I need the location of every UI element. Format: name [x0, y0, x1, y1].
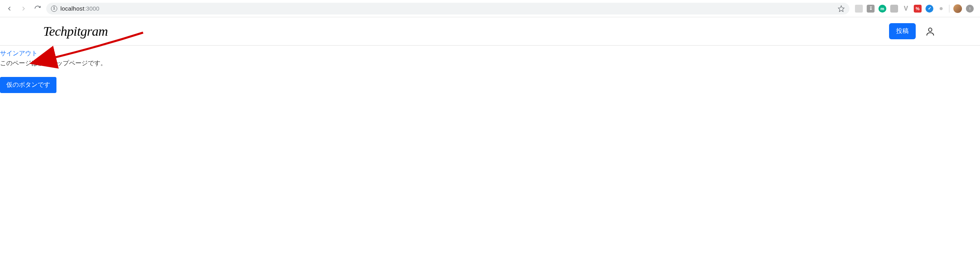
url-port: :3000: [84, 5, 100, 12]
address-bar[interactable]: i localhost:3000: [46, 3, 849, 15]
back-button[interactable]: [4, 3, 15, 14]
placeholder-text: このページは仮のトップページです。: [0, 59, 980, 68]
svg-marker-0: [838, 5, 844, 11]
ext-check-blue-icon[interactable]: ✓: [926, 5, 933, 13]
ext-m-green-icon[interactable]: m: [878, 5, 886, 13]
upload-button-icon[interactable]: ↑: [966, 5, 974, 13]
user-icon[interactable]: [924, 25, 937, 38]
ext-download-gray-icon[interactable]: ↧: [867, 5, 875, 13]
ext-cam-gray-icon[interactable]: [890, 5, 898, 13]
ext-square-gray-icon[interactable]: [855, 5, 863, 13]
forward-button[interactable]: [18, 3, 29, 14]
svg-point-1: [929, 28, 932, 31]
ext-v-gray-icon[interactable]: V: [902, 5, 910, 13]
extension-icons: ↧ m V % ✓ ● ↑: [853, 4, 976, 13]
main-content: サインアウト このページは仮のトップページです。 仮のボタンです: [0, 46, 980, 101]
reload-button[interactable]: [32, 3, 43, 14]
site-info-icon[interactable]: i: [51, 5, 57, 12]
ext-dot-gray-icon[interactable]: ●: [937, 5, 945, 13]
extension-separator: [949, 5, 949, 13]
browser-toolbar: i localhost:3000 ↧ m V % ✓ ● ↑: [0, 0, 980, 17]
url-text: localhost:3000: [60, 5, 100, 12]
url-host: localhost: [60, 5, 84, 12]
app-logo[interactable]: Techpitgram: [43, 24, 108, 39]
bookmark-star-icon[interactable]: [838, 5, 845, 12]
signout-link[interactable]: サインアウト: [0, 49, 38, 58]
header-right: 投稿: [889, 23, 937, 39]
profile-avatar[interactable]: [953, 4, 962, 13]
ext-percent-red-icon[interactable]: %: [914, 5, 922, 13]
page: Techpitgram 投稿 サインアウト こ: [0, 17, 980, 101]
post-button[interactable]: 投稿: [889, 23, 916, 39]
app-header: Techpitgram 投稿: [0, 17, 980, 46]
temp-button[interactable]: 仮のボタンです: [0, 77, 56, 93]
